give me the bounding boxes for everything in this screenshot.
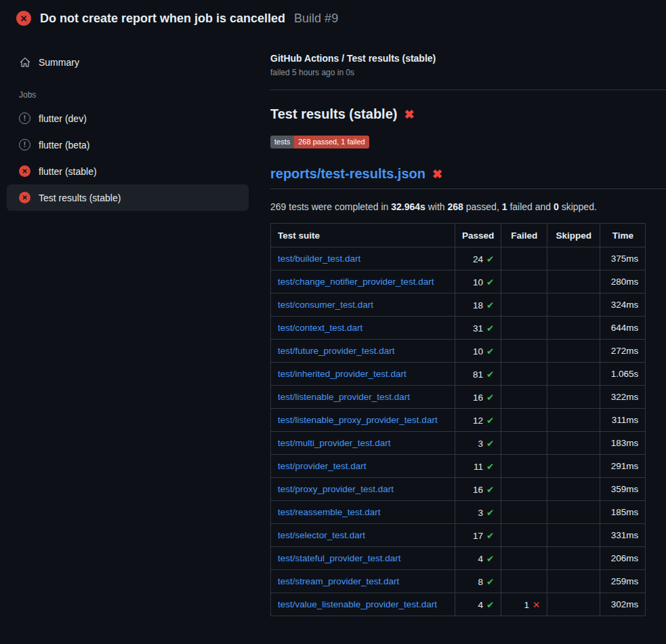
skipped-cell — [547, 432, 600, 455]
table-row: test/listenable_proxy_provider_test.dart… — [271, 409, 646, 432]
failed-cell — [501, 363, 547, 386]
check-icon: ✔ — [486, 508, 494, 518]
failed-cell — [501, 524, 547, 547]
test-suite-link[interactable]: test/listenable_provider_test.dart — [278, 392, 410, 402]
section-title: Test results (stable) ✖ — [270, 106, 666, 122]
test-suite-link[interactable]: test/multi_provider_test.dart — [278, 438, 391, 448]
skipped-cell — [547, 501, 600, 524]
passed-cell: 4✔ — [455, 547, 501, 570]
time-cell: 324ms — [600, 294, 646, 317]
failed-cell: 1✕ — [501, 593, 547, 616]
skipped-cell — [547, 570, 600, 593]
sidebar-job-item[interactable]: !flutter (beta) — [7, 132, 249, 158]
home-icon — [19, 56, 30, 68]
failed-cell — [501, 547, 547, 570]
test-suite-link[interactable]: test/reassemble_test.dart — [278, 507, 381, 517]
skipped-cell — [547, 386, 600, 409]
test-suite-link[interactable]: test/proxy_provider_test.dart — [278, 484, 394, 494]
run-title: Do not create report when job is cancell… — [40, 12, 285, 26]
breadcrumb: GitHub Actions / Test results (stable) — [270, 53, 666, 64]
sidebar-item-summary[interactable]: Summary — [7, 49, 249, 75]
test-suite-link[interactable]: test/change_notifier_provider_test.dart — [278, 277, 434, 287]
main-content: GitHub Actions / Test results (stable) f… — [259, 35, 666, 616]
summary-segment: 268 — [448, 201, 463, 212]
sidebar-summary-label: Summary — [39, 57, 79, 68]
x-circle-icon: ✕ — [19, 192, 30, 203]
check-icon: ✔ — [486, 600, 494, 610]
test-suite-link[interactable]: test/consumer_test.dart — [278, 300, 373, 310]
skipped-cell — [547, 455, 600, 478]
test-suite-link[interactable]: test/builder_test.dart — [278, 254, 360, 264]
job-label: flutter (stable) — [39, 166, 97, 177]
skipped-cell — [547, 294, 600, 317]
failed-cell — [501, 409, 547, 432]
table-row: test/selector_test.dart17✔331ms — [271, 524, 646, 547]
column-header: Test suite — [271, 224, 455, 247]
passed-cell: 3✔ — [455, 501, 501, 524]
sidebar: Summary Jobs !flutter (dev)!flutter (bet… — [0, 35, 259, 211]
check-icon: ✔ — [486, 462, 494, 472]
jobs-heading: Jobs — [7, 83, 249, 105]
sidebar-job-item[interactable]: ✕Test results (stable) — [7, 184, 249, 211]
test-suite-link[interactable]: test/inherited_provider_test.dart — [278, 369, 407, 379]
failed-x-icon: ✖ — [404, 108, 414, 121]
skipped-cell — [547, 247, 600, 270]
test-suite-link[interactable]: test/context_test.dart — [278, 323, 362, 333]
time-cell: 375ms — [600, 247, 646, 270]
failed-cell — [501, 317, 547, 340]
job-label: flutter (beta) — [39, 140, 89, 150]
failed-cell — [501, 478, 547, 501]
content-layout: Summary Jobs !flutter (dev)!flutter (bet… — [0, 35, 666, 616]
failed-cell — [501, 294, 547, 317]
time-cell: 272ms — [600, 340, 646, 363]
check-icon: ✔ — [486, 277, 494, 287]
time-cell: 183ms — [600, 432, 646, 455]
summary-segment: with — [425, 201, 448, 212]
summary-segment: passed, — [463, 201, 502, 212]
time-cell: 359ms — [600, 478, 646, 501]
time-cell: 1.065s — [600, 363, 646, 386]
neutral-circle-icon: ! — [19, 113, 30, 124]
sidebar-job-item[interactable]: !flutter (dev) — [7, 105, 249, 132]
table-row: test/future_provider_test.dart10✔272ms — [271, 340, 646, 363]
job-label: flutter (dev) — [39, 113, 87, 124]
failed-cell — [501, 570, 547, 593]
passed-cell: 10✔ — [455, 340, 501, 363]
table-row: test/consumer_test.dart18✔324ms — [271, 294, 646, 317]
table-row: test/reassemble_test.dart3✔185ms — [271, 501, 646, 524]
column-header: Failed — [501, 224, 547, 247]
passed-cell: 81✔ — [455, 363, 501, 386]
report-file-link[interactable]: reports/test-results.json — [270, 166, 425, 182]
failed-cell — [501, 247, 547, 270]
check-icon: ✔ — [486, 577, 494, 587]
results-table-body: test/builder_test.dart24✔375mstest/chang… — [271, 247, 646, 616]
skipped-cell — [547, 270, 600, 294]
failed-cell — [501, 340, 547, 363]
time-cell: 291ms — [600, 455, 646, 478]
check-icon: ✔ — [486, 254, 494, 264]
table-row: test/stream_provider_test.dart8✔259ms — [271, 570, 646, 593]
passed-cell: 12✔ — [455, 409, 501, 432]
passed-cell: 16✔ — [455, 386, 501, 409]
test-suite-link[interactable]: test/stateful_provider_test.dart — [278, 553, 401, 563]
x-circle-icon: ✕ — [19, 165, 30, 177]
test-suite-link[interactable]: test/provider_test.dart — [278, 461, 367, 471]
test-suite-link[interactable]: test/selector_test.dart — [278, 530, 365, 540]
check-icon: ✔ — [486, 369, 494, 380]
test-suite-link[interactable]: test/value_listenable_provider_test.dart — [278, 599, 437, 609]
passed-cell: 3✔ — [455, 432, 501, 455]
tests-badge: tests 268 passed, 1 failed — [270, 136, 369, 148]
table-row: test/context_test.dart31✔644ms — [271, 317, 646, 340]
test-suite-link[interactable]: test/listenable_proxy_provider_test.dart — [278, 415, 438, 425]
summary-segment: 269 tests were completed in — [270, 201, 391, 212]
failed-status-icon: ✕ — [16, 11, 31, 26]
test-suite-link[interactable]: test/stream_provider_test.dart — [278, 576, 399, 586]
table-row: test/provider_test.dart11✔291ms — [271, 455, 646, 478]
results-table: Test suitePassedFailedSkippedTime test/b… — [270, 223, 646, 616]
summary-segment: 0 — [554, 201, 559, 212]
summary-segment: 32.964s — [391, 201, 425, 212]
run-meta: failed 5 hours ago in 0s — [270, 68, 666, 77]
sidebar-job-item[interactable]: ✕flutter (stable) — [7, 158, 249, 184]
test-suite-link[interactable]: test/future_provider_test.dart — [278, 346, 395, 356]
column-header: Skipped — [547, 224, 600, 247]
